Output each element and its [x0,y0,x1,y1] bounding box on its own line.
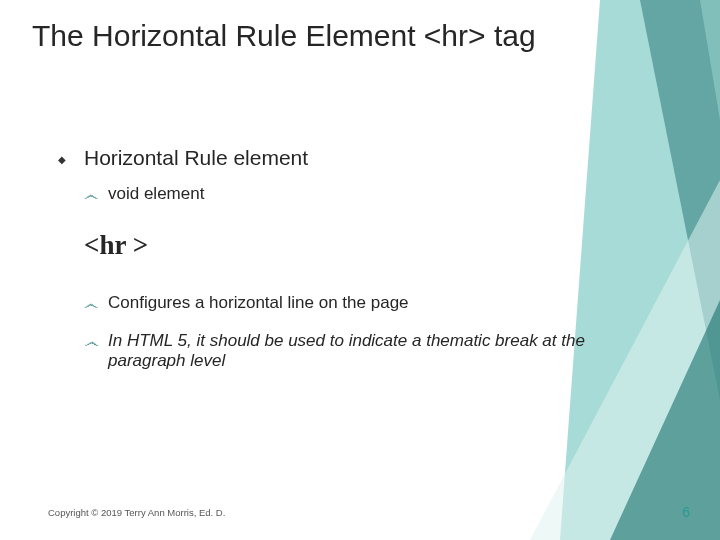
bullet-text: Horizontal Rule element [84,146,308,170]
bullet-text: In HTML 5, it should be used to indicate… [108,331,620,371]
bullet-icon: ◆ [58,154,84,165]
svg-marker-1 [640,0,720,400]
swirl-icon: ෴ [84,295,108,313]
hr-tag-example: <hr > [84,230,620,261]
bullet-main: ◆ Horizontal Rule element [58,146,620,170]
bullet-void: ෴ void element [84,184,620,204]
bullet-configures: ෴ Configures a horizontal line on the pa… [84,293,620,313]
slide-body: ◆ Horizontal Rule element ෴ void element… [58,146,620,389]
bullet-text: void element [108,184,204,204]
bullet-text: Configures a horizontal line on the page [108,293,409,313]
bullet-html5: ෴ In HTML 5, it should be used to indica… [84,331,620,371]
slide-title: The Horizontal Rule Element <hr> tag [32,18,630,54]
copyright-text: Copyright © 2019 Terry Ann Morris, Ed. D… [48,507,225,518]
swirl-icon: ෴ [84,186,108,204]
page-number: 6 [682,504,690,520]
swirl-icon: ෴ [84,333,108,351]
svg-marker-3 [610,300,720,540]
